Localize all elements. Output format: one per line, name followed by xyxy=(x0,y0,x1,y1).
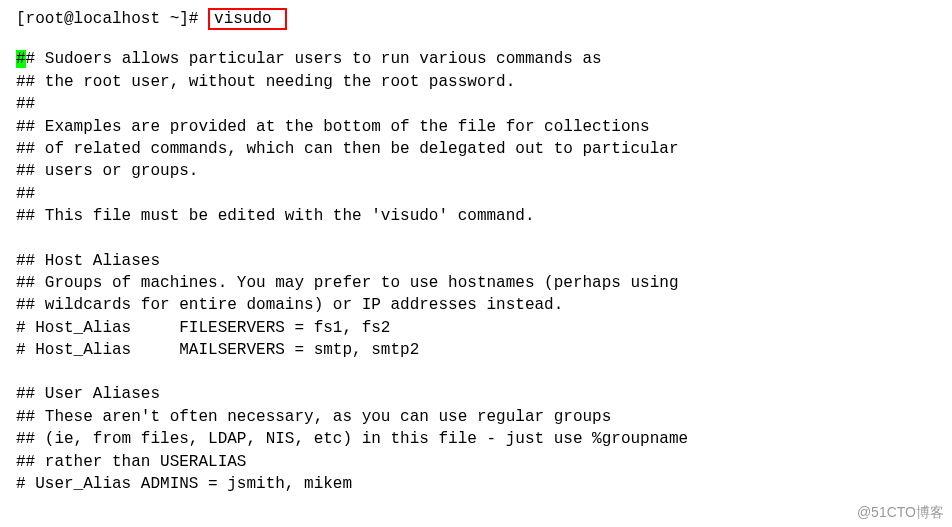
file-line: ## xyxy=(16,183,936,205)
file-line: ## rather than USERALIAS xyxy=(16,451,936,473)
file-text: # User_Alias ADMINS = jsmith, mikem xyxy=(16,475,352,493)
file-line: # Host_Alias FILESERVERS = fs1, fs2 xyxy=(16,317,936,339)
shell-prompt-prefix: [root@localhost ~]# xyxy=(16,10,198,28)
file-text: ## This file must be edited with the 'vi… xyxy=(16,207,534,225)
file-text: # Host_Alias MAILSERVERS = smtp, smtp2 xyxy=(16,341,419,359)
shell-command: visudo xyxy=(214,10,272,28)
file-line: ## wildcards for entire domains) or IP a… xyxy=(16,294,936,316)
file-text: ## users or groups. xyxy=(16,162,198,180)
file-text: ## the root user, without needing the ro… xyxy=(16,73,515,91)
file-text: ## Groups of machines. You may prefer to… xyxy=(16,274,679,292)
file-line: # User_Alias ADMINS = jsmith, mikem xyxy=(16,473,936,495)
watermark-text: @51CTO博客 xyxy=(857,503,944,523)
file-line: ## Examples are provided at the bottom o… xyxy=(16,116,936,138)
file-text: ## Examples are provided at the bottom o… xyxy=(16,118,650,136)
file-text: ## These aren't often necessary, as you … xyxy=(16,408,611,426)
file-line: ## User Aliases xyxy=(16,383,936,405)
file-line: ## of related commands, which can then b… xyxy=(16,138,936,160)
command-highlight-box: visudo xyxy=(208,8,287,30)
file-line: ## These aren't often necessary, as you … xyxy=(16,406,936,428)
file-text: ## Host Aliases xyxy=(16,252,160,270)
shell-prompt-line: [root@localhost ~]# visudo xyxy=(16,8,936,30)
file-text: ## xyxy=(16,95,35,113)
file-text: ## (ie, from files, LDAP, NIS, etc) in t… xyxy=(16,430,688,448)
file-text: # Sudoers allows particular users to run… xyxy=(26,50,602,68)
file-text: ## wildcards for entire domains) or IP a… xyxy=(16,296,563,314)
file-text: ## User Aliases xyxy=(16,385,160,403)
file-line: ## xyxy=(16,93,936,115)
file-line: ## Host Aliases xyxy=(16,250,936,272)
file-line: ## Groups of machines. You may prefer to… xyxy=(16,272,936,294)
file-text: ## rather than USERALIAS xyxy=(16,453,246,471)
file-line: ## (ie, from files, LDAP, NIS, etc) in t… xyxy=(16,428,936,450)
file-text: ## of related commands, which can then b… xyxy=(16,140,679,158)
file-line: ## This file must be edited with the 'vi… xyxy=(16,205,936,227)
blank-line xyxy=(16,361,936,383)
file-line: ## the root user, without needing the ro… xyxy=(16,71,936,93)
file-line: ## users or groups. xyxy=(16,160,936,182)
file-line-cursor: ## Sudoers allows particular users to ru… xyxy=(16,48,936,70)
file-line: # Host_Alias MAILSERVERS = smtp, smtp2 xyxy=(16,339,936,361)
cursor-icon: # xyxy=(16,50,26,68)
file-text: ## xyxy=(16,185,35,203)
file-text: # Host_Alias FILESERVERS = fs1, fs2 xyxy=(16,319,390,337)
blank-line xyxy=(16,228,936,250)
